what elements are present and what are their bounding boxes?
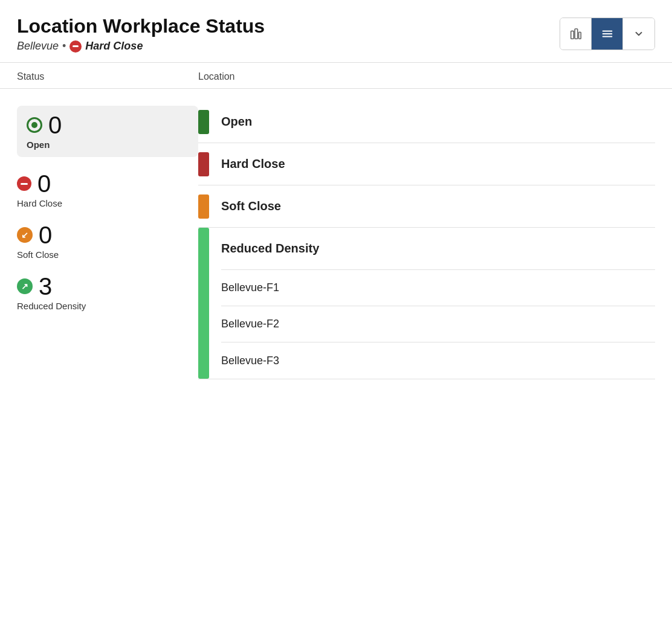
status-panel: 0 Open 0 Hard Close ↙ 0 Soft Close ↗ 3: [17, 101, 198, 379]
bellevue-f1-label: Bellevue-F1: [221, 281, 279, 294]
status-card-hard-close-top: 0: [17, 172, 198, 196]
open-count: 0: [48, 113, 62, 137]
status-card-reduced-density-top: ↗ 3: [17, 274, 198, 298]
svg-rect-1: [575, 28, 578, 39]
status-card-hard-close[interactable]: 0 Hard Close: [17, 172, 198, 208]
hard-close-label: Hard Close: [17, 198, 198, 208]
page-header: Location Workplace Status Bellevue • Har…: [0, 0, 672, 62]
reduced-density-status-icon: ↗: [17, 278, 33, 294]
page-title: Location Workplace Status: [17, 14, 265, 37]
reduced-density-rows: Reduced Density Bellevue-F1 Bellevue-F2 …: [221, 228, 655, 379]
status-card-reduced-density[interactable]: ↗ 3 Reduced Density: [17, 274, 198, 311]
reduced-density-count: 3: [39, 274, 52, 298]
soft-close-label: Soft Close: [17, 249, 198, 260]
subtitle-status: Hard Close: [85, 40, 143, 53]
location-soft-close-label: Soft Close: [221, 199, 281, 213]
open-icon-inner: [31, 122, 37, 128]
location-row-bellevue-f2[interactable]: Bellevue-F2: [221, 306, 655, 342]
soft-close-color-bar: [198, 194, 209, 219]
status-card-soft-close[interactable]: ↙ 0 Soft Close: [17, 223, 198, 260]
bellevue-f2-label: Bellevue-F2: [221, 318, 279, 330]
header-left: Location Workplace Status Bellevue • Har…: [17, 14, 265, 53]
location-row-hard-close[interactable]: Hard Close: [198, 143, 655, 185]
open-label: Open: [27, 140, 189, 150]
location-row-bellevue-f1[interactable]: Bellevue-F1: [221, 270, 655, 306]
location-open-label: Open: [221, 115, 252, 129]
hard-close-status-icon: [17, 176, 31, 191]
dropdown-button[interactable]: [623, 18, 654, 50]
soft-close-status-icon: ↙: [17, 227, 33, 243]
main-content: 0 Open 0 Hard Close ↙ 0 Soft Close ↗ 3: [0, 89, 672, 379]
subtitle: Bellevue • Hard Close: [17, 40, 265, 53]
open-color-bar: [198, 110, 209, 134]
status-card-open-top: 0: [27, 113, 189, 137]
location-row-soft-close[interactable]: Soft Close: [198, 185, 655, 228]
bellevue-f3-label: Bellevue-F3: [221, 355, 279, 367]
list-view-button[interactable]: [592, 18, 623, 50]
location-reduced-density-label: Reduced Density: [221, 242, 319, 255]
subtitle-location: Bellevue: [17, 40, 59, 53]
reduced-density-label: Reduced Density: [17, 301, 198, 311]
status-card-open[interactable]: 0 Open: [17, 106, 198, 157]
location-row-bellevue-f3[interactable]: Bellevue-F3: [221, 342, 655, 379]
location-panel: Open Hard Close Soft Close Reduced Densi…: [198, 101, 655, 379]
svg-rect-2: [578, 32, 581, 39]
map-view-button[interactable]: [560, 18, 592, 50]
location-row-open[interactable]: Open: [198, 101, 655, 143]
hard-close-icon: [69, 40, 82, 53]
location-hard-close-label: Hard Close: [221, 157, 285, 171]
hard-close-color-bar: [198, 152, 209, 176]
location-column-header: Location: [198, 71, 235, 82]
toolbar: [560, 18, 655, 50]
status-column-header: Status: [17, 71, 198, 82]
soft-close-count: 0: [39, 223, 52, 247]
svg-rect-0: [570, 31, 573, 39]
reduced-density-color-bar: [198, 228, 209, 379]
column-headers: Status Location: [0, 63, 672, 88]
location-row-reduced-density-header[interactable]: Reduced Density: [221, 228, 655, 270]
status-card-soft-close-top: ↙ 0: [17, 223, 198, 247]
hard-close-count: 0: [37, 172, 51, 196]
open-icon: [27, 117, 42, 133]
location-group-reduced-density: Reduced Density Bellevue-F1 Bellevue-F2 …: [198, 228, 655, 379]
subtitle-separator: •: [62, 40, 66, 53]
